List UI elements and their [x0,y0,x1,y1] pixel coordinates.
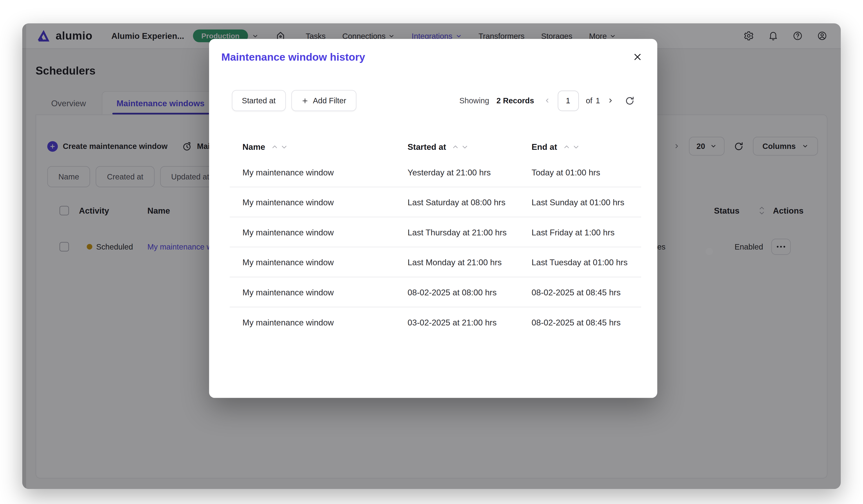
history-table: Name Started at End at [230,136,641,337]
add-filter-button[interactable]: Add Filter [291,90,356,111]
modal-pagination: Showing 2 Records of 1 [459,90,635,111]
history-row[interactable]: My maintenance window 08-02-2025 at 08:0… [230,277,641,308]
started-at-column-header[interactable]: Started at [408,142,468,151]
records-count: 2 Records [497,96,534,105]
history-table-header: Name Started at End at [230,136,641,157]
modal-title: Maintenance window history [221,51,365,63]
history-row[interactable]: My maintenance window Yesterday at 21:00… [230,157,641,187]
history-row[interactable]: My maintenance window Last Thursday at 2… [230,217,641,247]
maintenance-window-history-modal: Maintenance window history Started at Ad… [209,39,657,398]
sort-up-icon [563,143,570,150]
name-column-header[interactable]: Name [242,142,287,151]
showing-label: Showing [459,96,489,105]
sort-icons[interactable] [452,143,468,150]
started-at-filter-chip[interactable]: Started at [232,90,286,111]
sort-down-icon [462,143,468,150]
sort-down-icon [281,143,287,150]
modal-filterbar: Started at Add Filter [232,90,356,111]
sort-up-icon [271,143,278,150]
page-number-input[interactable] [558,90,578,111]
sort-icons[interactable] [563,143,579,150]
page-total: of 1 [586,96,600,105]
previous-page-icon[interactable] [543,97,550,104]
history-row[interactable]: My maintenance window Last Monday at 21:… [230,247,641,277]
sort-down-icon [573,143,579,150]
sort-up-icon [452,143,459,150]
sort-icons[interactable] [271,143,287,150]
screen: alumio Alumio Experien... Production Tas… [0,0,863,504]
plus-icon [301,97,308,104]
end-at-column-header[interactable]: End at [531,142,579,151]
history-row[interactable]: My maintenance window 03-02-2025 at 21:0… [230,307,641,337]
close-icon[interactable] [632,52,643,62]
refresh-icon[interactable] [625,95,635,106]
next-page-icon[interactable] [607,97,614,104]
history-row[interactable]: My maintenance window Last Saturday at 0… [230,187,641,217]
